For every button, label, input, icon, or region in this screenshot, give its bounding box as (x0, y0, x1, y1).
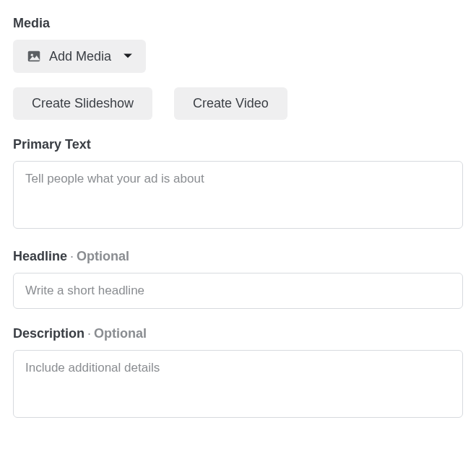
primary-text-label: Primary Text (13, 137, 463, 152)
description-label-text: Description (13, 326, 85, 341)
media-section: Media Add Media Create Slideshow Create … (13, 16, 463, 120)
primary-text-section: Primary Text (13, 137, 463, 232)
image-icon (26, 48, 42, 64)
description-section: Description·Optional (13, 326, 463, 421)
create-slideshow-label: Create Slideshow (32, 96, 134, 111)
media-button-row: Create Slideshow Create Video (13, 87, 463, 120)
headline-input[interactable] (13, 273, 463, 309)
create-slideshow-button[interactable]: Create Slideshow (13, 87, 152, 120)
label-separator: · (87, 326, 91, 341)
create-video-button[interactable]: Create Video (174, 87, 287, 120)
headline-optional-text: Optional (77, 249, 129, 263)
chevron-down-icon (123, 51, 133, 61)
headline-label: Headline·Optional (13, 249, 463, 264)
create-video-label: Create Video (193, 96, 269, 111)
add-media-button[interactable]: Add Media (13, 40, 146, 73)
add-media-label: Add Media (49, 49, 111, 64)
description-label: Description·Optional (13, 326, 463, 341)
headline-label-text: Headline (13, 249, 67, 263)
primary-text-input[interactable] (13, 161, 463, 229)
label-separator: · (70, 249, 74, 263)
headline-section: Headline·Optional (13, 249, 463, 309)
svg-point-1 (31, 54, 33, 56)
description-input[interactable] (13, 350, 463, 418)
description-optional-text: Optional (94, 326, 147, 341)
media-label: Media (13, 16, 463, 31)
